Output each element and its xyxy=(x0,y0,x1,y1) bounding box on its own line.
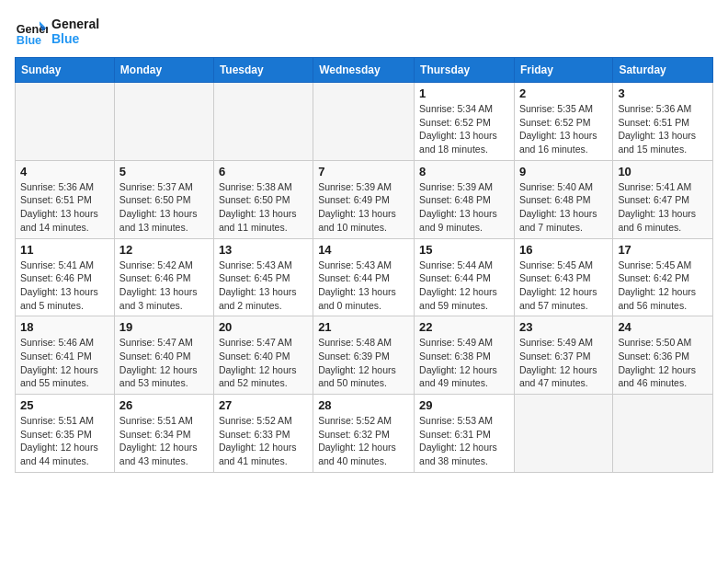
calendar-table: SundayMondayTuesdayWednesdayThursdayFrid… xyxy=(15,57,713,473)
calendar-cell: 19Sunrise: 5:47 AMSunset: 6:40 PMDayligh… xyxy=(114,316,213,395)
calendar-cell: 4Sunrise: 5:36 AMSunset: 6:51 PMDaylight… xyxy=(16,160,115,238)
logo-blue: Blue xyxy=(51,31,99,46)
calendar-cell: 29Sunrise: 5:53 AMSunset: 6:31 PMDayligh… xyxy=(415,395,515,473)
day-info: Sunrise: 5:36 AMSunset: 6:51 PMDaylight:… xyxy=(618,102,708,156)
calendar-cell: 21Sunrise: 5:48 AMSunset: 6:39 PMDayligh… xyxy=(313,316,415,395)
weekday-header-friday: Friday xyxy=(514,58,612,83)
day-info: Sunrise: 5:49 AMSunset: 6:37 PMDaylight:… xyxy=(519,336,608,390)
day-number: 8 xyxy=(419,165,509,178)
day-info: Sunrise: 5:49 AMSunset: 6:38 PMDaylight:… xyxy=(419,336,509,390)
calendar-cell: 26Sunrise: 5:51 AMSunset: 6:34 PMDayligh… xyxy=(114,395,213,473)
calendar-cell xyxy=(16,83,115,161)
day-info: Sunrise: 5:39 AMSunset: 6:49 PMDaylight:… xyxy=(318,180,409,235)
logo-general: General xyxy=(51,17,99,31)
day-info: Sunrise: 5:37 AMSunset: 6:50 PMDaylight:… xyxy=(119,180,209,235)
calendar-cell: 13Sunrise: 5:43 AMSunset: 6:45 PMDayligh… xyxy=(213,238,313,316)
day-info: Sunrise: 5:39 AMSunset: 6:48 PMDaylight:… xyxy=(419,180,509,235)
day-number: 10 xyxy=(618,165,708,178)
day-info: Sunrise: 5:38 AMSunset: 6:50 PMDaylight:… xyxy=(219,180,308,235)
svg-text:Blue: Blue xyxy=(17,34,41,47)
day-number: 13 xyxy=(219,243,308,257)
day-number: 2 xyxy=(519,86,608,100)
calendar-cell xyxy=(213,83,313,161)
calendar-cell: 7Sunrise: 5:39 AMSunset: 6:49 PMDaylight… xyxy=(313,160,415,238)
day-info: Sunrise: 5:52 AMSunset: 6:32 PMDaylight:… xyxy=(318,414,409,468)
day-info: Sunrise: 5:45 AMSunset: 6:43 PMDaylight:… xyxy=(519,259,608,313)
day-number: 11 xyxy=(20,243,109,257)
calendar-cell: 18Sunrise: 5:46 AMSunset: 6:41 PMDayligh… xyxy=(16,316,115,395)
day-info: Sunrise: 5:43 AMSunset: 6:45 PMDaylight:… xyxy=(219,259,308,313)
day-number: 19 xyxy=(119,320,209,334)
calendar-cell: 2Sunrise: 5:35 AMSunset: 6:52 PMDaylight… xyxy=(514,83,612,161)
day-info: Sunrise: 5:44 AMSunset: 6:44 PMDaylight:… xyxy=(419,259,509,313)
day-info: Sunrise: 5:50 AMSunset: 6:36 PMDaylight:… xyxy=(618,336,708,390)
calendar-cell: 3Sunrise: 5:36 AMSunset: 6:51 PMDaylight… xyxy=(613,83,713,161)
calendar-cell: 11Sunrise: 5:41 AMSunset: 6:46 PMDayligh… xyxy=(16,238,115,316)
day-number: 25 xyxy=(20,398,109,412)
day-info: Sunrise: 5:46 AMSunset: 6:41 PMDaylight:… xyxy=(20,336,109,390)
calendar-cell: 22Sunrise: 5:49 AMSunset: 6:38 PMDayligh… xyxy=(415,316,515,395)
day-info: Sunrise: 5:43 AMSunset: 6:44 PMDaylight:… xyxy=(318,259,409,313)
calendar-cell: 20Sunrise: 5:47 AMSunset: 6:40 PMDayligh… xyxy=(213,316,313,395)
logo-icon: General Blue xyxy=(15,15,48,48)
day-number: 4 xyxy=(20,165,109,178)
day-info: Sunrise: 5:47 AMSunset: 6:40 PMDaylight:… xyxy=(219,336,308,390)
day-number: 12 xyxy=(119,243,209,257)
day-number: 24 xyxy=(618,320,708,334)
day-number: 27 xyxy=(219,398,308,412)
weekday-header-saturday: Saturday xyxy=(613,58,713,83)
day-number: 14 xyxy=(318,243,409,257)
day-number: 1 xyxy=(419,86,509,100)
weekday-header-wednesday: Wednesday xyxy=(313,58,415,83)
day-info: Sunrise: 5:42 AMSunset: 6:46 PMDaylight:… xyxy=(119,259,209,313)
day-number: 20 xyxy=(219,320,308,334)
day-info: Sunrise: 5:34 AMSunset: 6:52 PMDaylight:… xyxy=(419,102,509,156)
day-info: Sunrise: 5:51 AMSunset: 6:35 PMDaylight:… xyxy=(20,414,109,468)
day-number: 3 xyxy=(618,86,708,100)
calendar-cell: 23Sunrise: 5:49 AMSunset: 6:37 PMDayligh… xyxy=(514,316,612,395)
weekday-header-sunday: Sunday xyxy=(16,58,115,83)
day-number: 6 xyxy=(219,165,308,178)
day-info: Sunrise: 5:40 AMSunset: 6:48 PMDaylight:… xyxy=(519,180,608,235)
calendar-cell xyxy=(114,83,213,161)
day-info: Sunrise: 5:45 AMSunset: 6:42 PMDaylight:… xyxy=(618,259,708,313)
day-info: Sunrise: 5:48 AMSunset: 6:39 PMDaylight:… xyxy=(318,336,409,390)
calendar-cell: 15Sunrise: 5:44 AMSunset: 6:44 PMDayligh… xyxy=(415,238,515,316)
calendar-cell xyxy=(514,395,612,473)
day-number: 21 xyxy=(318,320,409,334)
weekday-header-thursday: Thursday xyxy=(415,58,515,83)
day-info: Sunrise: 5:51 AMSunset: 6:34 PMDaylight:… xyxy=(119,414,209,468)
weekday-header-monday: Monday xyxy=(114,58,213,83)
day-number: 22 xyxy=(419,320,509,334)
calendar-cell: 1Sunrise: 5:34 AMSunset: 6:52 PMDaylight… xyxy=(415,83,515,161)
calendar-cell: 9Sunrise: 5:40 AMSunset: 6:48 PMDaylight… xyxy=(514,160,612,238)
day-info: Sunrise: 5:53 AMSunset: 6:31 PMDaylight:… xyxy=(419,414,509,468)
day-info: Sunrise: 5:52 AMSunset: 6:33 PMDaylight:… xyxy=(219,414,308,468)
calendar-cell xyxy=(313,83,415,161)
calendar-cell: 6Sunrise: 5:38 AMSunset: 6:50 PMDaylight… xyxy=(213,160,313,238)
calendar-cell: 8Sunrise: 5:39 AMSunset: 6:48 PMDaylight… xyxy=(415,160,515,238)
day-info: Sunrise: 5:41 AMSunset: 6:46 PMDaylight:… xyxy=(20,259,109,313)
day-info: Sunrise: 5:36 AMSunset: 6:51 PMDaylight:… xyxy=(20,180,109,235)
calendar-cell: 14Sunrise: 5:43 AMSunset: 6:44 PMDayligh… xyxy=(313,238,415,316)
day-number: 7 xyxy=(318,165,409,178)
page-header: General Blue General Blue xyxy=(15,15,713,48)
day-number: 16 xyxy=(519,243,608,257)
day-number: 15 xyxy=(419,243,509,257)
logo: General Blue General Blue xyxy=(15,15,99,48)
calendar-cell: 28Sunrise: 5:52 AMSunset: 6:32 PMDayligh… xyxy=(313,395,415,473)
day-number: 9 xyxy=(519,165,608,178)
day-number: 18 xyxy=(20,320,109,334)
day-number: 5 xyxy=(119,165,209,178)
calendar-cell: 16Sunrise: 5:45 AMSunset: 6:43 PMDayligh… xyxy=(514,238,612,316)
day-number: 28 xyxy=(318,398,409,412)
day-info: Sunrise: 5:47 AMSunset: 6:40 PMDaylight:… xyxy=(119,336,209,390)
day-info: Sunrise: 5:35 AMSunset: 6:52 PMDaylight:… xyxy=(519,102,608,156)
weekday-header-tuesday: Tuesday xyxy=(213,58,313,83)
calendar-cell: 25Sunrise: 5:51 AMSunset: 6:35 PMDayligh… xyxy=(16,395,115,473)
day-number: 17 xyxy=(618,243,708,257)
day-number: 23 xyxy=(519,320,608,334)
calendar-cell: 24Sunrise: 5:50 AMSunset: 6:36 PMDayligh… xyxy=(613,316,713,395)
day-number: 29 xyxy=(419,398,509,412)
calendar-cell: 12Sunrise: 5:42 AMSunset: 6:46 PMDayligh… xyxy=(114,238,213,316)
